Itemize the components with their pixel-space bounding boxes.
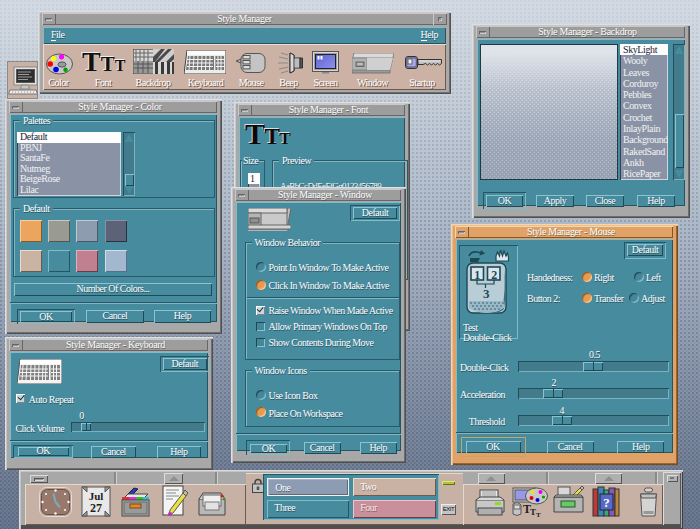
svg-text:?: ? [603, 495, 610, 510]
svg-text:2: 2 [491, 268, 497, 282]
svg-text:1: 1 [474, 268, 480, 282]
svg-text:27: 27 [90, 501, 102, 515]
svg-text:3: 3 [483, 286, 490, 301]
svg-text:T: T [536, 511, 541, 518]
